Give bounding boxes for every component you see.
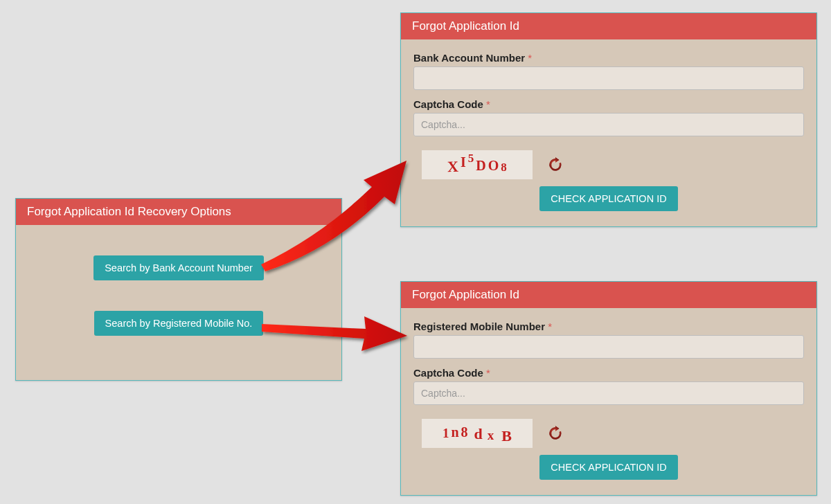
captcha-char: 8 <box>461 425 468 439</box>
required-marker: * <box>548 321 552 332</box>
required-marker: * <box>528 52 532 64</box>
recovery-options-panel: Forgot Application Id Recovery Options S… <box>15 198 342 381</box>
submit-wrap-bank: CHECK APPLICATION ID <box>413 186 804 211</box>
captcha-image-bank: X I 5 D O 8 <box>422 150 533 179</box>
captcha-row-mobile: 1 n 8 d x B <box>422 419 804 448</box>
captcha-char: x <box>488 429 494 442</box>
captcha-label-mobile-text: Captcha Code <box>413 367 483 379</box>
forgot-id-mobile-panel: Forgot Application Id Registered Mobile … <box>400 281 817 496</box>
submit-wrap-mobile: CHECK APPLICATION ID <box>413 455 804 480</box>
captcha-row-bank: X I 5 D O 8 <box>422 150 804 179</box>
captcha-image-mobile: 1 n 8 d x B <box>422 419 533 448</box>
bank-account-label-text: Bank Account Number <box>413 52 525 64</box>
captcha-char: 1 <box>443 426 449 440</box>
search-by-mobile-button[interactable]: Search by Registered Mobile No. <box>94 311 264 336</box>
forgot-id-bank-body: Bank Account Number * Captcha Code * X I… <box>401 39 816 226</box>
captcha-refresh-icon[interactable] <box>546 424 564 442</box>
mobile-number-label: Registered Mobile Number * <box>413 321 804 332</box>
captcha-char: 8 <box>501 161 507 173</box>
captcha-char: 5 <box>468 152 474 164</box>
captcha-char: n <box>451 425 458 439</box>
captcha-char: X <box>447 159 459 175</box>
mobile-number-input[interactable] <box>413 335 804 359</box>
captcha-label-bank-text: Captcha Code <box>413 98 483 110</box>
forgot-id-bank-panel: Forgot Application Id Bank Account Numbe… <box>400 12 817 227</box>
mobile-number-label-text: Registered Mobile Number <box>413 321 545 332</box>
recovery-options-title: Forgot Application Id Recovery Options <box>16 199 341 225</box>
captcha-char: B <box>501 429 512 444</box>
required-marker: * <box>486 98 490 110</box>
captcha-label-mobile: Captcha Code * <box>413 367 804 379</box>
captcha-input-bank[interactable] <box>413 113 804 136</box>
forgot-id-mobile-body: Registered Mobile Number * Captcha Code … <box>401 308 816 495</box>
bank-account-label: Bank Account Number * <box>413 52 804 64</box>
forgot-id-bank-title: Forgot Application Id <box>401 13 816 39</box>
captcha-refresh-icon[interactable] <box>546 156 564 174</box>
forgot-id-mobile-title: Forgot Application Id <box>401 282 816 308</box>
captcha-label-bank: Captcha Code * <box>413 98 804 110</box>
captcha-char: O <box>488 159 499 172</box>
required-marker: * <box>486 367 490 379</box>
bank-account-input[interactable] <box>413 66 804 90</box>
captcha-char: D <box>476 159 485 172</box>
search-by-bank-button[interactable]: Search by Bank Account Number <box>93 255 264 280</box>
check-application-id-mobile-button[interactable]: CHECK APPLICATION ID <box>539 455 677 480</box>
captcha-char: d <box>474 426 483 442</box>
recovery-options-body: Search by Bank Account Number Search by … <box>16 225 341 351</box>
captcha-char: I <box>461 155 466 169</box>
check-application-id-bank-button[interactable]: CHECK APPLICATION ID <box>539 186 677 211</box>
captcha-input-mobile[interactable] <box>413 381 804 405</box>
